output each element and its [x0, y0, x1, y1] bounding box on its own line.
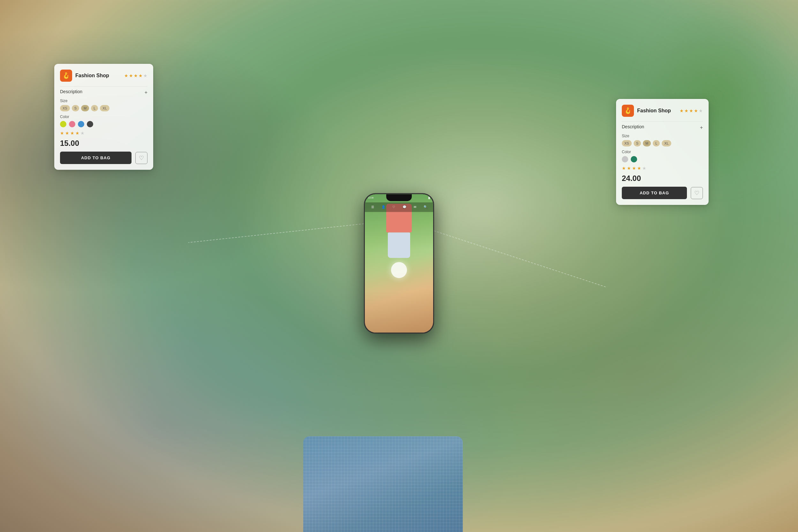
size-btn-s[interactable]: S	[72, 105, 79, 111]
color-dot-dark[interactable]	[87, 121, 93, 127]
nav-heart-icon[interactable]: ♡	[392, 205, 396, 209]
star-5: ★	[143, 73, 148, 78]
card-right-actions: ADD TO BAG ♡	[622, 187, 703, 199]
shirt-sleeve	[303, 436, 463, 532]
rp-star-2: ★	[627, 166, 631, 171]
card-right-price: 24.00	[622, 174, 703, 183]
r-star-5: ★	[699, 108, 703, 113]
product-card-left: 🪝 Fashion Shop ★ ★ ★ ★ ★ Description + S…	[54, 64, 153, 170]
phone-screen: 13:30 ▓ ☰ 👤 ♡ 💬 ✉ 🔍	[365, 194, 433, 332]
phone-body: 13:30 ▓ ☰ 👤 ♡ 💬 ✉ 🔍	[364, 193, 434, 334]
card-left-description-row[interactable]: Description +	[60, 89, 148, 96]
size-btn-m[interactable]: M	[81, 105, 89, 111]
prod-star-1: ★	[60, 131, 64, 136]
card-left-color-options	[60, 121, 148, 127]
card-left-price: 15.00	[60, 139, 148, 148]
phone-nav-bar[interactable]: ☰ 👤 ♡ 💬 ✉ 🔍	[365, 202, 433, 212]
r-size-btn-l[interactable]: L	[653, 140, 660, 147]
prod-star-2: ★	[65, 131, 69, 136]
r-color-dot-green[interactable]	[631, 156, 637, 163]
star-2: ★	[129, 73, 133, 78]
card-left-actions: ADD TO BAG ♡	[60, 152, 148, 164]
card-right-size-label: Size	[622, 134, 703, 138]
card-left-size-options: XS S M L XL	[60, 105, 148, 111]
card-right-product-rating: ★ ★ ★ ★ ★	[622, 166, 703, 171]
nav-menu-icon[interactable]: ☰	[370, 205, 375, 209]
sleeve-pattern	[303, 436, 463, 532]
size-btn-xs[interactable]: XS	[60, 105, 70, 111]
star-4: ★	[138, 73, 143, 78]
r-size-btn-m[interactable]: M	[643, 140, 651, 147]
card-right-store-icon: 🪝	[622, 105, 634, 117]
nav-search-icon[interactable]: 🔍	[423, 205, 428, 209]
rp-star-5: ★	[642, 166, 646, 171]
color-dot-pink[interactable]	[69, 121, 75, 127]
card-left-description-label: Description	[60, 89, 82, 94]
card-right-size-options: XS S M L XL	[622, 140, 703, 147]
prod-star-5: ★	[80, 131, 84, 136]
prod-star-4: ★	[75, 131, 79, 136]
status-time: 13:30	[368, 196, 374, 199]
rp-star-3: ★	[632, 166, 636, 171]
card-right-color-label: Color	[622, 150, 703, 154]
card-right-rating-stars: ★ ★ ★ ★ ★	[680, 108, 703, 113]
card-right-description-row[interactable]: Description +	[622, 124, 703, 131]
rp-star-4: ★	[637, 166, 641, 171]
touch-point-circle	[391, 262, 407, 278]
wishlist-icon-left: ♡	[139, 154, 144, 162]
mannequin-display	[383, 204, 415, 267]
r-size-btn-xl[interactable]: XL	[662, 140, 671, 147]
r-size-btn-xs[interactable]: XS	[622, 140, 632, 147]
phone-device: 13:30 ▓ ☰ 👤 ♡ 💬 ✉ 🔍	[364, 193, 434, 334]
r-star-2: ★	[684, 108, 688, 113]
card-right-color-options	[622, 156, 703, 163]
r-star-4: ★	[694, 108, 698, 113]
card-right-divider	[622, 121, 703, 121]
mannequin-bottom	[388, 232, 410, 258]
product-card-right: 🪝 Fashion Shop ★ ★ ★ ★ ★ Description + S…	[616, 99, 709, 205]
card-left-size-label: Size	[60, 99, 148, 103]
nav-chat-icon[interactable]: 💬	[402, 205, 407, 209]
star-1: ★	[124, 73, 128, 78]
r-size-btn-s[interactable]: S	[633, 140, 641, 147]
r-star-3: ★	[689, 108, 693, 113]
card-right-store-name: Fashion Shop	[637, 108, 677, 114]
size-btn-xl[interactable]: XL	[100, 105, 109, 111]
card-left-rating-stars: ★ ★ ★ ★ ★	[124, 73, 148, 78]
phone-status-bar: 13:30 ▓	[368, 195, 430, 201]
card-left-product-rating: ★ ★ ★ ★ ★	[60, 131, 148, 136]
wishlist-button-left[interactable]: ♡	[135, 152, 148, 164]
r-star-1: ★	[680, 108, 684, 113]
card-left-color-label: Color	[60, 115, 148, 119]
add-to-bag-button-left[interactable]: ADD TO BAG	[60, 152, 132, 164]
card-left-store-icon: 🪝	[60, 70, 72, 82]
size-btn-l[interactable]: L	[91, 105, 98, 111]
card-left-divider	[60, 86, 148, 87]
prod-star-3: ★	[70, 131, 74, 136]
card-left-header: 🪝 Fashion Shop ★ ★ ★ ★ ★	[60, 70, 148, 82]
card-left-description-expand-icon[interactable]: +	[145, 90, 148, 95]
wishlist-button-right[interactable]: ♡	[691, 187, 703, 199]
star-3: ★	[134, 73, 138, 78]
add-to-bag-button-right[interactable]: ADD TO BAG	[622, 187, 687, 199]
card-left-store-name: Fashion Shop	[75, 73, 121, 78]
color-dot-blue[interactable]	[78, 121, 84, 127]
r-color-dot-gray[interactable]	[622, 156, 628, 163]
color-dot-yellow-green[interactable]	[60, 121, 66, 127]
nav-mail-icon[interactable]: ✉	[413, 205, 417, 209]
wishlist-icon-right: ♡	[694, 190, 699, 196]
card-right-header: 🪝 Fashion Shop ★ ★ ★ ★ ★	[622, 105, 703, 117]
status-battery: ▓	[429, 196, 430, 199]
nav-user-icon[interactable]: 👤	[381, 205, 385, 209]
card-right-description-expand-icon[interactable]: +	[700, 125, 703, 131]
card-right-description-label: Description	[622, 124, 644, 129]
rp-star-1: ★	[622, 166, 626, 171]
